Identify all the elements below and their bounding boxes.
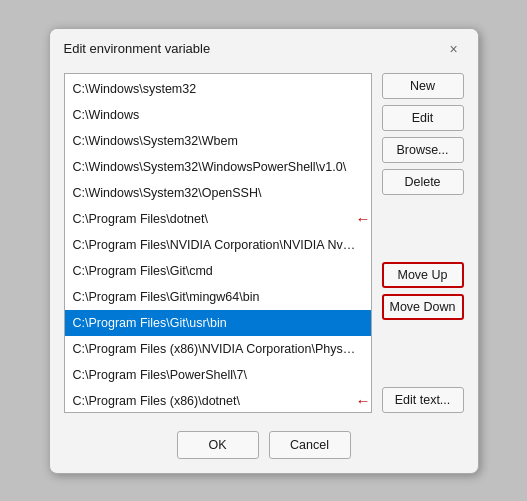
- arrow-annotation-icon: ←: [356, 210, 371, 227]
- dialog-footer: OK Cancel: [50, 425, 478, 473]
- list-item[interactable]: C:\Program Files\Git\mingw64\bin: [65, 284, 371, 310]
- cancel-button[interactable]: Cancel: [269, 431, 351, 459]
- list-item-text: C:\Program Files\NVIDIA Corporation\NVID…: [65, 232, 371, 258]
- list-item[interactable]: C:\Windows\system32: [65, 76, 371, 102]
- list-item[interactable]: C:\Program Files\NVIDIA Corporation\NVID…: [65, 232, 371, 258]
- list-item-text: C:\Windows\System32\Wbem: [65, 128, 371, 154]
- move-up-button[interactable]: Move Up: [382, 262, 464, 288]
- list-item[interactable]: C:\Program Files (x86)\dotnet\←: [65, 388, 371, 413]
- list-item-text: C:\Windows\System32\OpenSSH\: [65, 180, 371, 206]
- action-buttons: New Edit Browse... Delete Move Up Move D…: [382, 73, 464, 413]
- list-item[interactable]: C:\Windows\System32\Wbem: [65, 128, 371, 154]
- dialog-title: Edit environment variable: [64, 41, 211, 56]
- list-item-text: C:\Program Files\Git\mingw64\bin: [65, 284, 371, 310]
- list-item[interactable]: C:\Program Files\PowerShell\7\: [65, 362, 371, 388]
- list-item-text: C:\Program Files\Git\usr\bin: [65, 310, 371, 336]
- list-item-text: C:\Program Files (x86)\dotnet\: [65, 388, 352, 413]
- list-item-text: C:\Windows\System32\WindowsPowerShell\v1…: [65, 154, 371, 180]
- delete-button[interactable]: Delete: [382, 169, 464, 195]
- list-item-text: C:\Windows: [65, 102, 371, 128]
- ok-button[interactable]: OK: [177, 431, 259, 459]
- list-item-text: C:\Program Files (x86)\NVIDIA Corporatio…: [65, 336, 371, 362]
- list-item-text: C:\Windows\system32: [65, 76, 371, 102]
- edit-env-variable-dialog: Edit environment variable × C:\Windows\s…: [49, 28, 479, 474]
- list-item[interactable]: C:\Program Files\dotnet\←: [65, 206, 371, 232]
- title-bar: Edit environment variable ×: [50, 29, 478, 67]
- edit-button[interactable]: Edit: [382, 105, 464, 131]
- new-button[interactable]: New: [382, 73, 464, 99]
- arrow-annotation-icon: ←: [356, 392, 371, 409]
- list-item-text: C:\Program Files\dotnet\: [65, 206, 352, 232]
- list-item[interactable]: C:\Program Files\Git\usr\bin: [65, 310, 371, 336]
- browse-button[interactable]: Browse...: [382, 137, 464, 163]
- list-item-text: C:\Program Files\PowerShell\7\: [65, 362, 371, 388]
- list-item[interactable]: C:\Windows\System32\WindowsPowerShell\v1…: [65, 154, 371, 180]
- move-down-button[interactable]: Move Down: [382, 294, 464, 320]
- list-item[interactable]: C:\Program Files (x86)\NVIDIA Corporatio…: [65, 336, 371, 362]
- edit-text-button[interactable]: Edit text...: [382, 387, 464, 413]
- list-item[interactable]: C:\Windows\System32\OpenSSH\: [65, 180, 371, 206]
- list-item-text: C:\Program Files\Git\cmd: [65, 258, 371, 284]
- close-button[interactable]: ×: [444, 39, 464, 59]
- dialog-body: C:\Windows\system32C:\WindowsC:\Windows\…: [50, 67, 478, 425]
- list-item[interactable]: C:\Program Files\Git\cmd: [65, 258, 371, 284]
- env-variable-list[interactable]: C:\Windows\system32C:\WindowsC:\Windows\…: [64, 73, 372, 413]
- list-item[interactable]: C:\Windows: [65, 102, 371, 128]
